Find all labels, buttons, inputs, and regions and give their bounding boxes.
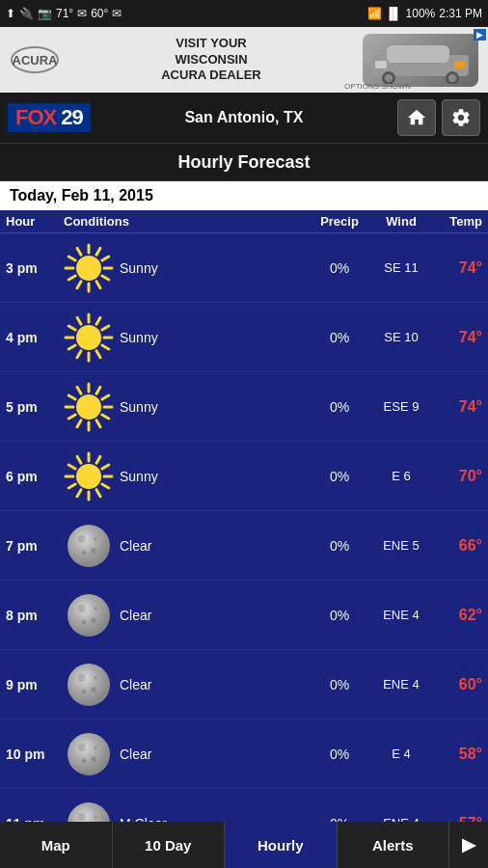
page-title: Hourly Forecast xyxy=(177,152,310,173)
condition-text-6: Clear xyxy=(120,677,151,692)
precip-7: 0% xyxy=(309,746,370,762)
svg-line-44 xyxy=(77,387,81,393)
home-button[interactable] xyxy=(397,99,436,136)
wind-0: SE 11 xyxy=(370,260,432,275)
condition-text-2: Sunny xyxy=(120,399,158,415)
weather-icon-6 xyxy=(64,660,114,710)
wind-5: ENE 4 xyxy=(370,608,432,622)
status-mail2-icon: ✉ xyxy=(112,7,122,20)
forecast-table: Hour Conditions Precip Wind Temp 3 pmSun… xyxy=(0,210,488,858)
svg-line-14 xyxy=(77,281,81,287)
forecast-row-4: 7 pmClear0%ENE 566° xyxy=(0,511,488,581)
ad-banner[interactable]: ACURA VISIT YOURWISCONSINACURA DEALER OP… xyxy=(0,27,488,93)
svg-point-7 xyxy=(448,74,456,82)
temp-5: 62° xyxy=(432,607,482,624)
svg-point-69 xyxy=(68,594,110,637)
settings-button[interactable] xyxy=(442,99,480,136)
condition-text-3: Sunny xyxy=(120,469,158,484)
svg-line-50 xyxy=(102,484,109,488)
svg-rect-8 xyxy=(375,61,387,68)
svg-line-40 xyxy=(77,420,81,426)
temp-3: 70° xyxy=(432,468,482,485)
svg-line-54 xyxy=(68,484,75,488)
svg-point-85 xyxy=(94,746,97,749)
weather-icon-4 xyxy=(64,521,114,571)
temp-0: 74° xyxy=(432,259,482,277)
location-display: San Antonio, TX xyxy=(184,109,303,126)
svg-line-20 xyxy=(96,248,100,255)
temp-6: 60° xyxy=(432,676,482,693)
forecast-row-3: 6 pmSunny0%E 670° xyxy=(0,442,488,511)
svg-line-47 xyxy=(102,395,109,399)
svg-line-56 xyxy=(68,465,75,469)
svg-point-73 xyxy=(94,607,97,610)
svg-point-88 xyxy=(78,813,86,821)
status-battery: 100% xyxy=(406,7,436,20)
temp-7: 58° xyxy=(432,746,482,763)
svg-point-76 xyxy=(78,674,86,682)
svg-line-18 xyxy=(77,248,81,255)
svg-point-77 xyxy=(91,687,96,692)
forecast-row-2: 5 pmSunny0%ESE 974° xyxy=(0,372,488,442)
nav-map[interactable]: Map xyxy=(0,822,113,868)
precip-0: 0% xyxy=(309,260,370,276)
acura-logo: ACURA xyxy=(10,45,60,74)
svg-line-27 xyxy=(77,350,81,357)
wind-6: ENE 4 xyxy=(370,677,432,692)
condition-0: Sunny xyxy=(64,243,309,293)
condition-7: Clear xyxy=(64,729,309,779)
svg-line-37 xyxy=(102,415,109,419)
wind-3: E 6 xyxy=(370,469,432,483)
hour-7: 10 pm xyxy=(6,746,64,762)
condition-3: Sunny xyxy=(64,451,309,502)
hour-1: 4 pm xyxy=(6,330,64,345)
svg-point-61 xyxy=(76,464,101,489)
svg-point-81 xyxy=(68,733,110,775)
temp-2: 74° xyxy=(432,398,482,416)
nav-play[interactable]: ▶ xyxy=(449,822,488,868)
precip-4: 0% xyxy=(309,538,370,554)
precip-2: 0% xyxy=(309,399,370,415)
col-header-wind: Wind xyxy=(370,214,432,229)
svg-line-12 xyxy=(96,281,100,287)
fox-logo: FOX 29 xyxy=(8,103,91,132)
svg-point-82 xyxy=(78,744,86,751)
svg-point-83 xyxy=(91,756,96,762)
svg-point-70 xyxy=(78,605,86,612)
nav-10day[interactable]: 10 Day xyxy=(113,822,226,868)
date-label: Today, Feb 11, 2015 xyxy=(0,181,488,210)
condition-text-0: Sunny xyxy=(120,260,158,276)
svg-line-57 xyxy=(77,456,81,463)
svg-point-91 xyxy=(94,815,97,819)
svg-point-72 xyxy=(82,619,87,624)
nav-alerts[interactable]: Alerts xyxy=(338,822,450,868)
wind-7: E 4 xyxy=(370,746,432,761)
col-header-precip: Precip xyxy=(309,214,370,229)
precip-5: 0% xyxy=(309,608,370,623)
bottom-nav: Map 10 Day Hourly Alerts ▶ xyxy=(0,822,488,868)
top-nav: FOX 29 San Antonio, TX xyxy=(0,93,488,143)
weather-icon-3 xyxy=(64,451,114,502)
svg-text:ACURA: ACURA xyxy=(13,53,59,68)
svg-point-66 xyxy=(82,550,87,555)
status-signal-icon: ▐▌ xyxy=(386,7,402,20)
svg-line-46 xyxy=(96,387,100,393)
svg-line-28 xyxy=(68,345,75,349)
nav-hourly[interactable]: Hourly xyxy=(225,822,338,868)
col-header-temp: Temp xyxy=(432,214,482,229)
svg-line-38 xyxy=(96,420,100,426)
forecast-row-6: 9 pmClear0%ENE 460° xyxy=(0,650,488,719)
svg-point-78 xyxy=(82,689,87,693)
svg-line-24 xyxy=(102,345,109,349)
hour-4: 7 pm xyxy=(6,538,64,554)
ad-text: VISIT YOURWISCONSINACURA DEALER xyxy=(161,36,261,85)
precip-3: 0% xyxy=(309,469,370,484)
status-temp: 71° xyxy=(56,7,73,20)
temp-1: 74° xyxy=(432,329,482,346)
svg-point-71 xyxy=(91,617,96,623)
forecast-row-1: 4 pmSunny0%SE 1074° xyxy=(0,303,488,372)
svg-line-25 xyxy=(96,350,100,357)
col-header-hour: Hour xyxy=(6,214,64,229)
svg-point-79 xyxy=(94,676,97,680)
condition-text-1: Sunny xyxy=(120,330,158,345)
